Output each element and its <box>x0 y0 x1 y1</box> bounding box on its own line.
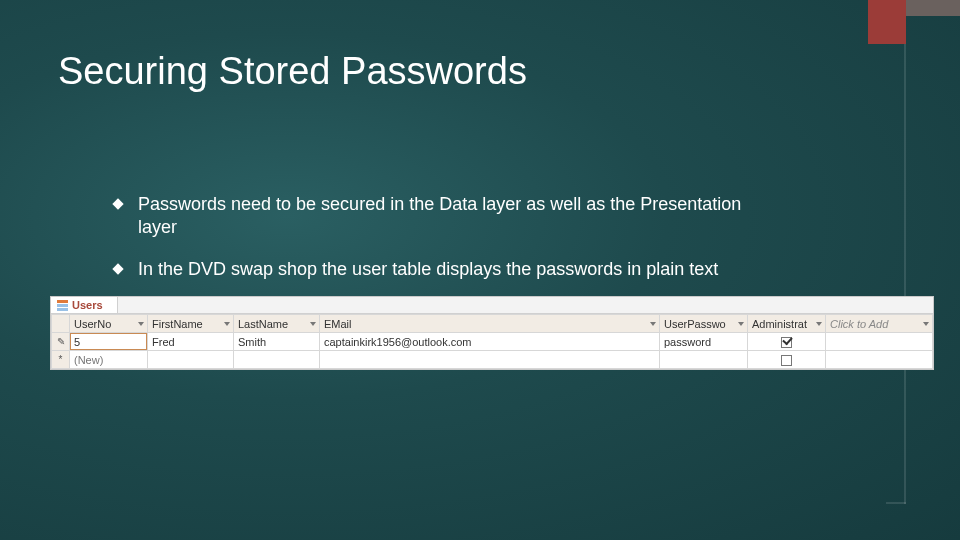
bullet-list: Passwords need to be secured in the Data… <box>114 193 756 281</box>
cell-empty[interactable] <box>660 351 748 369</box>
cell-userpassword[interactable]: password <box>660 333 748 351</box>
users-table: · UserNo FirstName LastName EMail UserPa… <box>51 314 933 369</box>
cell-firstname[interactable]: Fred <box>148 333 234 351</box>
cell-empty[interactable] <box>234 351 320 369</box>
dropdown-icon <box>738 322 744 326</box>
corner-accent-vertical-line <box>904 44 906 504</box>
row-selector[interactable]: ✎ <box>52 333 70 351</box>
datasheet-tab-users[interactable]: Users <box>51 297 118 313</box>
bullet-item: Passwords need to be secured in the Data… <box>114 193 756 238</box>
bullet-text: Passwords need to be secured in the Data… <box>138 194 741 237</box>
table-new-row[interactable]: * (New) <box>52 351 933 369</box>
bullet-item: In the DVD swap shop the user table disp… <box>114 258 756 281</box>
col-header-email[interactable]: EMail <box>320 315 660 333</box>
cell-administrator[interactable] <box>748 333 826 351</box>
col-header-userpassword[interactable]: UserPasswo <box>660 315 748 333</box>
diamond-bullet-icon <box>112 263 123 274</box>
dropdown-icon <box>923 322 929 326</box>
table-row[interactable]: ✎ 5 Fred Smith captainkirk1956@outlook.c… <box>52 333 933 351</box>
cell-lastname[interactable]: Smith <box>234 333 320 351</box>
dropdown-icon <box>138 322 144 326</box>
row-selector-header[interactable]: · <box>52 315 70 333</box>
corner-accent-bottom-tick <box>886 502 906 504</box>
cell-email[interactable]: captainkirk1956@outlook.com <box>320 333 660 351</box>
slide-title: Securing Stored Passwords <box>58 50 896 93</box>
cell-empty[interactable] <box>320 351 660 369</box>
datasheet-screenshot: Users · UserNo FirstName LastName EMail … <box>50 296 934 370</box>
checkbox-unchecked-icon <box>781 355 792 366</box>
col-header-click-to-add[interactable]: Click to Add <box>826 315 933 333</box>
table-icon <box>57 300 68 311</box>
dropdown-icon <box>650 322 656 326</box>
dropdown-icon <box>224 322 230 326</box>
bullet-text: In the DVD swap shop the user table disp… <box>138 259 718 279</box>
checkbox-checked-icon <box>781 337 792 348</box>
col-header-administrator[interactable]: Administrat <box>748 315 826 333</box>
col-header-userno[interactable]: UserNo <box>70 315 148 333</box>
datasheet-tab-bar: Users <box>51 297 933 314</box>
col-header-lastname[interactable]: LastName <box>234 315 320 333</box>
cell-empty[interactable] <box>826 333 933 351</box>
dropdown-icon <box>816 322 822 326</box>
row-selector-new[interactable]: * <box>52 351 70 369</box>
dropdown-icon <box>310 322 316 326</box>
table-header-row: · UserNo FirstName LastName EMail UserPa… <box>52 315 933 333</box>
cell-empty[interactable] <box>148 351 234 369</box>
datasheet-tab-label: Users <box>72 299 103 311</box>
cell-empty[interactable] <box>826 351 933 369</box>
cell-administrator-new[interactable] <box>748 351 826 369</box>
col-header-firstname[interactable]: FirstName <box>148 315 234 333</box>
cell-userno-new[interactable]: (New) <box>70 351 148 369</box>
cell-userno[interactable]: 5 <box>70 333 148 351</box>
corner-accent-block <box>868 0 906 44</box>
diamond-bullet-icon <box>112 198 123 209</box>
